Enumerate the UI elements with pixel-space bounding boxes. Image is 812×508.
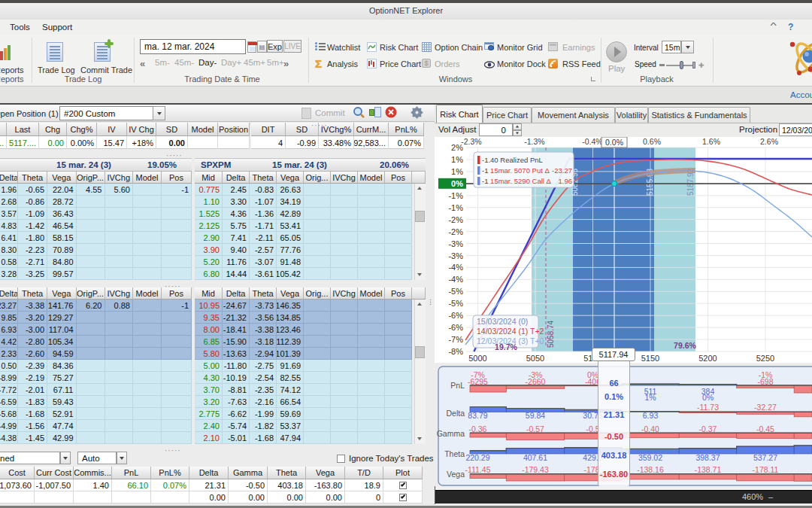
svg-text:398.37: 398.37 [695, 453, 720, 462]
svg-text:-0.40: -0.40 [641, 424, 659, 433]
svg-text:-179.43: -179.43 [522, 465, 549, 474]
svg-text:59.84: 59.84 [526, 411, 545, 420]
svg-text:Gamma: Gamma [437, 429, 465, 438]
svg-text:Theta: Theta [444, 449, 465, 458]
svg-text:-2%: -2% [448, 215, 463, 224]
svg-text:0%: 0% [702, 393, 714, 402]
svg-text:-1.40 Realized PnL: -1.40 Realized PnL [482, 156, 543, 164]
svg-text:-5%: -5% [448, 299, 463, 308]
svg-text:5000: 5000 [468, 354, 486, 363]
svg-text:-0.4%: -0.4% [582, 137, 602, 146]
svg-text:2.6%: 2.6% [760, 137, 778, 146]
svg-text:-2.3%: -2.3% [461, 137, 481, 146]
svg-text:-5%: -5% [448, 287, 463, 296]
svg-text:-11.73: -11.73 [697, 403, 719, 412]
svg-text:407.61: 407.61 [523, 453, 547, 462]
svg-text:-0.37: -0.37 [699, 424, 717, 433]
svg-text:-4%: -4% [448, 275, 463, 284]
svg-text:-3%: -3% [448, 251, 463, 260]
svg-text:5050: 5050 [526, 354, 544, 363]
svg-text:6.93: 6.93 [643, 411, 659, 420]
svg-text:-1%: -1% [448, 203, 463, 212]
svg-text:-1%: -1% [448, 191, 463, 200]
svg-text:79.6%: 79.6% [674, 341, 696, 350]
svg-text:-6%: -6% [448, 323, 463, 332]
svg-text:83.79: 83.79 [468, 411, 487, 420]
svg-text:19.7%: 19.7% [495, 342, 517, 351]
svg-text:-23.27: -23.27 [552, 166, 572, 175]
svg-text:220.29: 220.29 [465, 453, 489, 462]
svg-text:-8%: -8% [448, 347, 463, 356]
svg-text:-698: -698 [757, 377, 773, 386]
svg-text:-3%: -3% [448, 239, 463, 248]
svg-text:-1 15mar. 5070 Put Δ: -1 15mar. 5070 Put Δ [482, 166, 550, 175]
svg-text:5250: 5250 [756, 354, 774, 363]
svg-text:Vega: Vega [447, 470, 465, 479]
svg-text:-2%: -2% [448, 227, 463, 236]
svg-text:-0.57: -0.57 [526, 424, 544, 433]
svg-text:359.02: 359.02 [638, 453, 662, 462]
svg-text:1%: 1% [451, 167, 463, 176]
svg-text:Delta: Delta [446, 409, 465, 418]
svg-text:-4%: -4% [448, 263, 463, 272]
svg-text:-6%: -6% [448, 311, 463, 320]
svg-text:1%: 1% [451, 155, 463, 164]
svg-text:537.27: 537.27 [753, 453, 777, 462]
svg-text:-138.71: -138.71 [695, 465, 722, 474]
svg-text:-111.45: -111.45 [465, 465, 490, 474]
svg-text:5150: 5150 [641, 354, 659, 363]
svg-text:-138.16: -138.16 [637, 465, 664, 474]
svg-text:-7%: -7% [448, 335, 463, 344]
svg-text:-178.11: -178.11 [753, 465, 779, 474]
svg-text:15/03/2024 (0): 15/03/2024 (0) [477, 317, 528, 326]
svg-text:PnL: PnL [450, 381, 465, 390]
svg-text:0.6%: 0.6% [643, 137, 661, 146]
svg-text:14/03/2024 (1) T+2: 14/03/2024 (1) T+2 [477, 327, 544, 336]
svg-text:-6295: -6295 [468, 377, 488, 386]
svg-text:5058.74: 5058.74 [547, 320, 555, 348]
svg-text:-1 15mar. 5290 Call Δ: -1 15mar. 5290 Call Δ [482, 177, 552, 185]
svg-text:1.96: 1.96 [559, 177, 573, 185]
svg-text:-2660: -2660 [526, 377, 546, 386]
svg-text:-0.45: -0.45 [756, 424, 774, 433]
svg-text:0.0%: 0.0% [605, 138, 623, 147]
svg-text:-32.27: -32.27 [754, 403, 777, 412]
svg-text:1.6%: 1.6% [702, 137, 720, 146]
svg-text:-1.3%: -1.3% [524, 137, 544, 146]
svg-text:0%: 0% [451, 179, 463, 188]
svg-text:5200: 5200 [698, 354, 717, 363]
svg-text:-0.36: -0.36 [469, 424, 487, 433]
svg-text:1%: 1% [644, 393, 656, 402]
